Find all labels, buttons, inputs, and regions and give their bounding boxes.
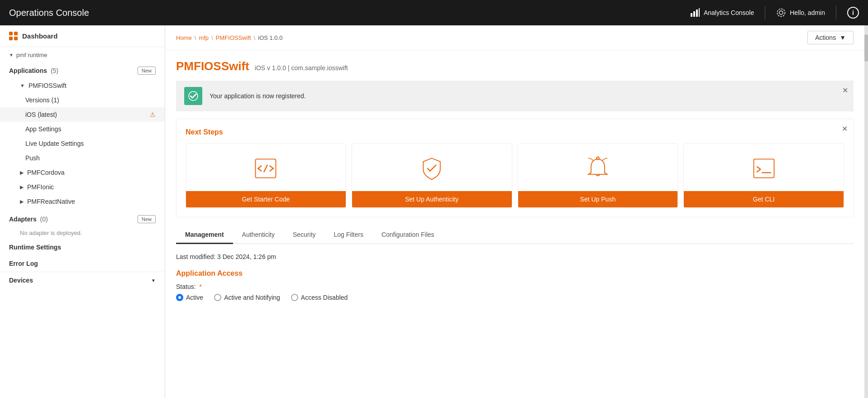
svg-line-8 bbox=[264, 165, 268, 172]
tab-log-filters[interactable]: Log Filters bbox=[325, 226, 372, 244]
breadcrumb-pmfiosswift[interactable]: PMFIOSSwift bbox=[216, 34, 251, 41]
tab-security[interactable]: Security bbox=[284, 226, 325, 244]
chevron-right-icon: ▶ bbox=[20, 170, 24, 176]
sidebar-item-pmfionic[interactable]: ▶ PMFIonic bbox=[0, 180, 165, 194]
sidebar: Dashboard ▼ pmf runtime Applications (5)… bbox=[0, 25, 165, 398]
chevron-right-icon: ▶ bbox=[20, 184, 24, 190]
versions-label: Versions (1) bbox=[25, 96, 59, 104]
user-greeting: Hello, admin bbox=[790, 9, 825, 16]
svg-point-5 bbox=[777, 9, 785, 17]
step-icon-code bbox=[186, 144, 346, 191]
sidebar-item-devices[interactable]: Devices ▼ bbox=[0, 272, 165, 288]
analytics-console-link[interactable]: Analytics Console bbox=[690, 8, 754, 18]
step-card-push: Set Up Push bbox=[518, 144, 678, 208]
actions-button[interactable]: Actions ▼ bbox=[807, 31, 854, 44]
sidebar-item-pmfcordova[interactable]: ▶ PMFCordova bbox=[0, 165, 165, 180]
push-label: Push bbox=[25, 154, 40, 162]
analytics-icon bbox=[690, 8, 700, 18]
sidebar-item-versions[interactable]: Versions (1) bbox=[0, 93, 165, 107]
main-scrollbar[interactable] bbox=[864, 25, 868, 398]
svg-point-9 bbox=[596, 157, 599, 160]
management-content: Last modified: 3 Dec 2024, 1:26 pm Appli… bbox=[176, 253, 854, 301]
last-modified-text: Last modified: 3 Dec 2024, 1:26 pm bbox=[176, 253, 854, 260]
step-icon-bell bbox=[518, 144, 678, 191]
radio-disabled-circle bbox=[291, 294, 298, 301]
sidebar-item-pmfiosswift[interactable]: ▼ PMFIOSSwift bbox=[0, 78, 165, 93]
svg-rect-3 bbox=[699, 8, 700, 17]
sidebar-item-app-settings[interactable]: App Settings bbox=[0, 122, 165, 136]
set-up-authenticity-button[interactable]: Set Up Authenticity bbox=[352, 191, 512, 207]
applications-label: Applications (5) bbox=[9, 67, 58, 74]
pmfiosswift-label: PMFIOSSwift bbox=[29, 82, 67, 89]
chevron-down-icon: ▼ bbox=[20, 83, 25, 88]
sidebar-item-pmfreactnative[interactable]: ▶ PMFReactNative bbox=[0, 194, 165, 209]
success-icon bbox=[184, 87, 202, 105]
top-bar: Home \ mfp \ PMFIOSSwift \ iOS 1.0.0 Act… bbox=[165, 25, 864, 50]
breadcrumb-home[interactable]: Home bbox=[176, 34, 192, 41]
status-field-row: Status: * bbox=[176, 283, 854, 290]
svg-rect-2 bbox=[696, 10, 698, 17]
radio-active[interactable]: Active bbox=[176, 294, 203, 301]
sidebar-item-error-log[interactable]: Error Log bbox=[0, 255, 165, 272]
chevron-right-icon: ▶ bbox=[20, 199, 24, 205]
info-button[interactable]: i bbox=[847, 7, 859, 19]
main-scroll-thumb bbox=[864, 34, 868, 62]
svg-rect-1 bbox=[693, 11, 695, 17]
app-title: Operations Console bbox=[9, 8, 89, 18]
top-nav: Operations Console Analytics Console Hel… bbox=[0, 0, 868, 25]
step-card-cli: Get CLI bbox=[683, 144, 844, 208]
tabs-row: Management Authenticity Security Log Fil… bbox=[176, 226, 854, 244]
adapters-label: Adapters (0) bbox=[9, 216, 48, 223]
required-indicator: * bbox=[200, 283, 202, 290]
tab-authenticity[interactable]: Authenticity bbox=[233, 226, 284, 244]
app-access-title: Application Access bbox=[176, 269, 854, 278]
radio-notifying-circle bbox=[214, 294, 221, 301]
success-banner: Your application is now registered. ✕ bbox=[176, 81, 854, 111]
sidebar-item-runtime-settings[interactable]: Runtime Settings bbox=[0, 239, 165, 255]
next-steps-grid: Get Starter Code Set Up Authenticity bbox=[186, 144, 844, 208]
svg-rect-0 bbox=[691, 13, 692, 17]
gear-icon bbox=[776, 8, 786, 18]
get-starter-code-button[interactable]: Get Starter Code bbox=[186, 191, 346, 207]
radio-access-disabled[interactable]: Access Disabled bbox=[291, 294, 348, 301]
radio-active-notifying[interactable]: Active and Notifying bbox=[214, 294, 280, 301]
chevron-down-icon: ▼ bbox=[839, 34, 846, 41]
dashboard-label: Dashboard bbox=[22, 32, 57, 40]
pmfionic-label: PMFIonic bbox=[27, 183, 54, 191]
get-cli-button[interactable]: Get CLI bbox=[684, 191, 844, 207]
sidebar-item-pmf-runtime[interactable]: ▼ pmf runtime bbox=[0, 47, 165, 63]
step-card-authenticity: Set Up Authenticity bbox=[352, 144, 512, 208]
step-icon-terminal bbox=[684, 144, 844, 191]
app-settings-label: App Settings bbox=[25, 125, 61, 133]
svg-point-4 bbox=[779, 11, 783, 14]
tab-configuration-files[interactable]: Configuration Files bbox=[372, 226, 444, 244]
nav-divider-2 bbox=[836, 6, 836, 19]
page-title-row: PMFIOSSwift iOS v 1.0.0 | com.sample.ios… bbox=[176, 59, 854, 73]
adapters-new-badge[interactable]: New bbox=[138, 215, 156, 223]
adapters-section-header: Adapters (0) New bbox=[0, 211, 165, 227]
breadcrumb-ios: iOS 1.0.0 bbox=[258, 34, 282, 41]
analytics-console-label: Analytics Console bbox=[704, 9, 754, 16]
tab-management[interactable]: Management bbox=[176, 226, 233, 244]
step-icon-shield bbox=[352, 144, 512, 191]
svg-rect-10 bbox=[754, 159, 774, 177]
breadcrumb-sep-1: \ bbox=[195, 34, 196, 41]
set-up-push-button[interactable]: Set Up Push bbox=[518, 191, 678, 207]
breadcrumb-mfp[interactable]: mfp bbox=[199, 34, 209, 41]
ios-latest-label: iOS (latest) bbox=[25, 111, 57, 118]
chevron-down-icon: ▼ bbox=[151, 278, 156, 283]
dashboard-icon bbox=[9, 32, 18, 40]
page-title: PMFIOSSwift bbox=[176, 59, 249, 73]
next-steps-title: Next Steps bbox=[186, 128, 844, 136]
main-content: Home \ mfp \ PMFIOSSwift \ iOS 1.0.0 Act… bbox=[165, 25, 864, 398]
sidebar-item-dashboard[interactable]: Dashboard bbox=[0, 25, 165, 47]
close-next-steps-button[interactable]: ✕ bbox=[842, 125, 848, 133]
applications-section-header: Applications (5) New bbox=[0, 63, 165, 78]
sidebar-item-live-update[interactable]: Live Update Settings bbox=[0, 136, 165, 151]
user-menu[interactable]: Hello, admin bbox=[776, 8, 825, 18]
warning-icon: ⚠ bbox=[150, 111, 156, 118]
applications-new-badge[interactable]: New bbox=[138, 67, 156, 75]
close-banner-button[interactable]: ✕ bbox=[842, 86, 848, 95]
sidebar-item-ios-latest[interactable]: iOS (latest) ⚠ bbox=[0, 107, 165, 122]
sidebar-item-push[interactable]: Push bbox=[0, 151, 165, 165]
